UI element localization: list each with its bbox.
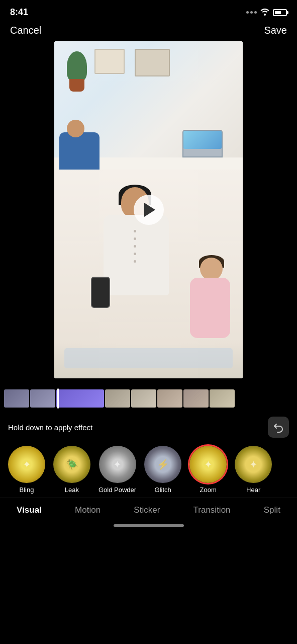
effect-label-bling: Bling xyxy=(20,486,34,494)
status-icons xyxy=(246,8,287,18)
timeline-playhead xyxy=(57,388,59,409)
effect-thumb-leak: 🪲 xyxy=(53,446,90,483)
effect-item-heart[interactable]: ✦Hear xyxy=(235,446,272,494)
battery-icon xyxy=(273,9,287,16)
effect-label-heart: Hear xyxy=(246,486,260,494)
timeline-thumb-6 xyxy=(183,389,209,408)
effect-item-glitch[interactable]: ⚡Glitch xyxy=(144,446,181,494)
video-preview[interactable] xyxy=(54,41,243,378)
wifi-icon xyxy=(260,8,270,18)
effect-label-glitch: Glitch xyxy=(155,486,171,494)
wall-art-2 xyxy=(135,49,170,76)
effect-thumb-gold-powder: ✦ xyxy=(99,446,136,483)
timeline-thumb-1 xyxy=(4,389,29,408)
laptop xyxy=(182,130,223,157)
effect-inner-leak: 🪲 xyxy=(53,446,90,483)
cancel-button[interactable]: Cancel xyxy=(10,25,41,36)
effect-thumb-glitch: ⚡ xyxy=(144,446,181,483)
wall-art-1 xyxy=(94,49,125,74)
desk-scene xyxy=(54,41,243,183)
header: Cancel Save xyxy=(0,22,297,41)
carpet xyxy=(64,348,233,368)
home-indicator xyxy=(114,524,184,527)
floor xyxy=(54,343,243,378)
status-bar: 8:41 xyxy=(0,0,297,22)
tab-transition[interactable]: Transition xyxy=(187,503,237,517)
effect-item-bling[interactable]: ✦Bling xyxy=(8,446,45,494)
dot1 xyxy=(246,11,249,14)
tab-sticker[interactable]: Sticker xyxy=(128,503,166,517)
timeline-track xyxy=(4,388,293,409)
timeline-thumb-3 xyxy=(105,389,130,408)
effect-inner-gold-powder: ✦ xyxy=(99,446,136,483)
tab-motion[interactable]: Motion xyxy=(69,503,107,517)
timeline-container[interactable] xyxy=(0,384,297,413)
controls-row: Hold down to apply effect xyxy=(0,413,297,442)
tab-visual[interactable]: Visual xyxy=(11,503,48,517)
hold-instruction: Hold down to apply effect xyxy=(8,423,92,432)
bottom-tabs: VisualMotionStickerTransitionSplit xyxy=(0,498,297,521)
status-time: 8:41 xyxy=(10,7,28,18)
timeline-thumb-5 xyxy=(157,389,182,408)
effect-inner-zoom: ✦ xyxy=(189,446,227,483)
video-background xyxy=(54,41,243,378)
undo-icon xyxy=(273,422,284,433)
timeline-purple-section xyxy=(56,389,104,408)
dot3 xyxy=(254,11,257,14)
effect-thumb-heart: ✦ xyxy=(235,446,272,483)
play-triangle-icon xyxy=(144,203,155,217)
effect-label-leak: Leak xyxy=(65,486,79,494)
effect-item-leak[interactable]: 🪲Leak xyxy=(53,446,90,494)
effect-label-zoom: Zoom xyxy=(200,486,217,494)
dot2 xyxy=(250,11,253,14)
timeline-thumb-2 xyxy=(30,389,55,408)
timeline-thumb-4 xyxy=(131,389,156,408)
effect-inner-heart: ✦ xyxy=(235,446,272,483)
play-button[interactable] xyxy=(134,195,164,225)
effect-inner-glitch: ⚡ xyxy=(144,446,181,483)
effect-thumb-zoom: ✦ xyxy=(189,446,227,483)
timeline-thumb-7 xyxy=(210,389,235,408)
undo-button[interactable] xyxy=(268,417,289,438)
plant xyxy=(64,51,89,92)
effects-row: ✦Bling🪲Leak✦Gold Powder⚡Glitch✦Zoom✦Hear xyxy=(0,442,297,498)
effect-label-gold-powder: Gold Powder xyxy=(98,486,136,494)
tab-split[interactable]: Split xyxy=(258,503,286,517)
save-button[interactable]: Save xyxy=(264,25,287,36)
effect-thumb-bling: ✦ xyxy=(8,446,45,483)
effect-inner-bling: ✦ xyxy=(8,446,45,483)
phone-device xyxy=(91,277,110,308)
effect-item-zoom[interactable]: ✦Zoom xyxy=(189,446,227,494)
effect-item-gold-powder[interactable]: ✦Gold Powder xyxy=(98,446,136,494)
signal-dots xyxy=(246,11,257,14)
